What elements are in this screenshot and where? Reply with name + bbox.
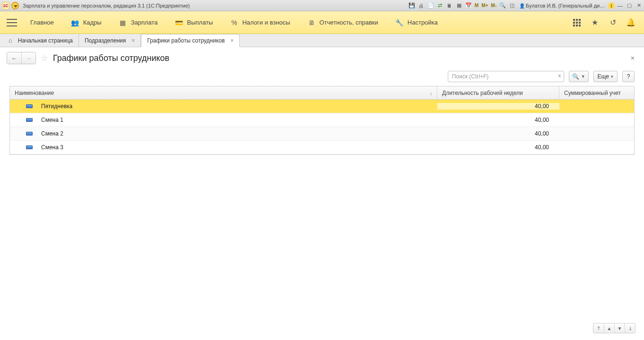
row-duration: 40,00 (437, 117, 559, 123)
menu-salary[interactable]: ▦Зарплата (110, 11, 166, 34)
menu-payments-label: Выплаты (187, 19, 213, 26)
col-sum[interactable]: Суммированный учет (559, 86, 634, 99)
scroll-top-icon[interactable]: ⤒ (593, 323, 604, 333)
menu-salary-label: Зарплата (131, 19, 158, 26)
m-minus-button[interactable]: M- (490, 1, 497, 10)
table-row[interactable]: Смена 140,00 (10, 113, 634, 127)
calc-icon[interactable]: 🖩 (445, 1, 454, 10)
col-duration[interactable]: Длительность рабочей недели (437, 86, 559, 99)
nav-forward-button[interactable]: → (21, 52, 35, 64)
close-icon[interactable]: × (131, 37, 135, 44)
menu-settings[interactable]: 🔧Настройка (387, 11, 446, 34)
menu-staff-label: Кадры (83, 19, 102, 26)
compare-icon[interactable]: ⇄ (436, 1, 444, 10)
menu-taxes[interactable]: %Налоги и взносы (221, 11, 298, 34)
menu-reports[interactable]: 🗎Отчетность, справки (299, 11, 387, 34)
search-input[interactable] (448, 71, 564, 82)
nav-buttons: ← → (7, 52, 36, 64)
current-user[interactable]: Булатов И.В. (Генеральный дирек... (517, 3, 607, 8)
row-name: Пятидневка (41, 103, 72, 110)
burger-icon[interactable] (7, 19, 17, 26)
people-icon: 👥 (71, 18, 79, 27)
col-name[interactable]: Наименование ↓ (10, 86, 437, 99)
chevron-down-icon: ▾ (611, 74, 613, 79)
doc-icon[interactable]: 📄 (426, 1, 435, 10)
schedule-icon (26, 104, 33, 108)
menu-taxes-label: Налоги и взносы (242, 19, 290, 26)
zoom-icon[interactable]: 🔍 (498, 1, 507, 10)
row-name: Смена 2 (41, 130, 63, 137)
list-toolbar: × 🔍▼ Еще▾ ? (0, 67, 644, 86)
grid-icon[interactable]: ▦ (455, 1, 463, 10)
info-icon[interactable]: i (608, 2, 615, 9)
menu-main[interactable]: Главное (22, 11, 62, 34)
menu-settings-label: Настройка (408, 19, 438, 26)
tab-home-label: Начальная страница (18, 37, 73, 44)
print-icon[interactable]: 🖨 (417, 1, 426, 10)
menu-reports-label: Отчетность, справки (320, 19, 378, 26)
close-window-icon[interactable]: ✕ (635, 1, 643, 10)
wrench-icon: 🔧 (395, 18, 404, 27)
tab-home[interactable]: Начальная страница (3, 34, 79, 47)
apps-icon[interactable] (572, 18, 582, 27)
col-duration-label: Длительность рабочей недели (442, 90, 523, 96)
table-row[interactable]: Пятидневка40,00 (10, 100, 634, 113)
page-header: ← → ☆ Графики работы сотрудников × (0, 47, 644, 67)
window-title: Зарплата и управление персоналом, редакц… (23, 3, 190, 8)
document-icon: 🗎 (307, 18, 316, 27)
tab-departments[interactable]: Подразделения× (79, 34, 141, 47)
more-label: Еще (598, 73, 609, 80)
search-dropdown-button[interactable]: 🔍▼ (569, 71, 589, 82)
row-duration: 40,00 (437, 144, 559, 151)
row-name: Смена 3 (41, 144, 63, 151)
table-row[interactable]: Смена 240,00 (10, 127, 634, 141)
more-button[interactable]: Еще▾ (593, 71, 618, 82)
chevron-down-icon: ▼ (581, 74, 585, 79)
m-plus-button[interactable]: M+ (480, 1, 489, 10)
table-icon: ▦ (119, 18, 127, 27)
calendar-icon[interactable]: 📅 (464, 1, 473, 10)
tab-departments-label: Подразделения (85, 37, 126, 44)
history-icon[interactable]: ↺ (608, 18, 618, 27)
schedules-table: Наименование ↓ Длительность рабочей неде… (9, 86, 635, 155)
scroll-up-icon[interactable]: ▲ (604, 323, 614, 333)
window-titlebar: 1C Зарплата и управление персоналом, ред… (0, 0, 644, 11)
m-button[interactable]: M (474, 1, 479, 10)
notifications-icon[interactable]: 🔔 (626, 18, 635, 27)
menu-staff[interactable]: 👥Кадры (62, 11, 110, 34)
menu-main-label: Главное (30, 19, 54, 26)
schedule-icon (26, 145, 33, 149)
favorite-outline-icon[interactable]: ☆ (41, 53, 48, 63)
page-close-icon[interactable]: × (631, 54, 637, 62)
scroll-bottom-icon[interactable]: ⤓ (625, 323, 635, 333)
help-button[interactable]: ? (622, 71, 635, 82)
col-sum-label: Суммированный учет (564, 90, 621, 96)
scroll-down-icon[interactable]: ▼ (614, 323, 625, 333)
tab-schedules-label: Графики работы сотрудников (147, 37, 225, 44)
menu-payments[interactable]: 💳Выплаты (166, 11, 222, 34)
percent-icon: % (230, 18, 238, 27)
tab-schedules[interactable]: Графики работы сотрудников× (141, 34, 240, 47)
sort-asc-icon: ↓ (430, 90, 433, 96)
table-row[interactable]: Смена 340,00 (10, 141, 634, 154)
search-clear-icon[interactable]: × (558, 73, 561, 79)
main-menu: Главное 👥Кадры ▦Зарплата 💳Выплаты %Налог… (0, 11, 644, 34)
list-nav-buttons: ⤒ ▲ ▼ ⤓ (593, 323, 635, 333)
titlebar-dropdown-icon[interactable] (11, 2, 19, 9)
nav-back-button[interactable]: ← (7, 52, 21, 64)
minimize-icon[interactable]: — (616, 1, 624, 10)
col-name-label: Наименование (15, 90, 54, 96)
titlebar-icons: 💾 🖨 📄 ⇄ 🖩 ▦ 📅 M M+ M- 🔍 ◫ Булатов И.В. (… (408, 1, 644, 10)
panels-icon[interactable]: ◫ (508, 1, 516, 10)
page-title: Графики работы сотрудников (53, 53, 169, 63)
search-wrap: × (448, 71, 564, 82)
app-logo-icon: 1C (2, 2, 9, 9)
tab-bar: Начальная страница Подразделения× График… (0, 34, 644, 47)
save-icon[interactable]: 💾 (408, 1, 416, 10)
wallet-icon: 💳 (175, 18, 183, 27)
favorite-icon[interactable]: ★ (590, 18, 600, 27)
table-header: Наименование ↓ Длительность рабочей неде… (10, 86, 634, 100)
maximize-icon[interactable]: ▢ (625, 1, 634, 10)
close-icon[interactable]: × (230, 37, 234, 44)
schedule-icon (26, 132, 33, 136)
